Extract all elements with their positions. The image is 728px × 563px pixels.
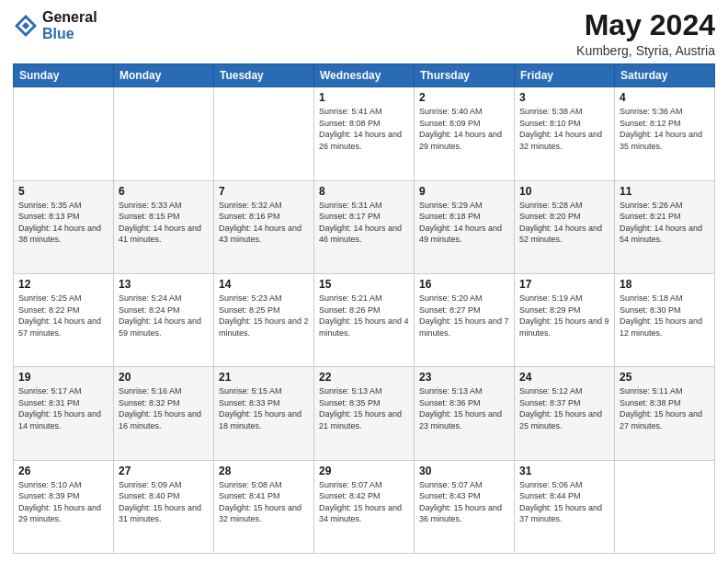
header-row: SundayMondayTuesdayWednesdayThursdayFrid… [14,64,715,87]
day-cell: 27Sunrise: 5:09 AM Sunset: 8:40 PM Dayli… [114,460,214,553]
day-info: Sunrise: 5:26 AM Sunset: 8:21 PM Dayligh… [620,200,710,246]
header-sunday: Sunday [14,64,114,87]
day-cell: 4Sunrise: 5:36 AM Sunset: 8:12 PM Daylig… [615,87,715,180]
day-number: 17 [519,278,609,291]
day-cell: 17Sunrise: 5:19 AM Sunset: 8:29 PM Dayli… [515,273,615,366]
day-info: Sunrise: 5:40 AM Sunset: 8:09 PM Dayligh… [419,106,509,152]
day-info: Sunrise: 5:41 AM Sunset: 8:08 PM Dayligh… [319,106,409,152]
day-cell [615,460,715,553]
main-title: May 2024 [576,9,715,41]
day-info: Sunrise: 5:25 AM Sunset: 8:22 PM Dayligh… [18,293,108,339]
day-info: Sunrise: 5:17 AM Sunset: 8:31 PM Dayligh… [18,385,108,431]
page: General Blue May 2024 Kumberg, Styria, A… [0,0,728,563]
day-info: Sunrise: 5:11 AM Sunset: 8:38 PM Dayligh… [620,385,710,431]
day-cell: 30Sunrise: 5:07 AM Sunset: 8:43 PM Dayli… [415,460,515,553]
day-number: 16 [419,278,509,291]
day-number: 19 [18,371,108,384]
day-info: Sunrise: 5:13 AM Sunset: 8:35 PM Dayligh… [319,385,409,431]
day-number: 26 [18,465,108,477]
day-cell: 29Sunrise: 5:07 AM Sunset: 8:42 PM Dayli… [314,460,415,553]
day-cell: 3Sunrise: 5:38 AM Sunset: 8:10 PM Daylig… [515,87,615,180]
day-info: Sunrise: 5:07 AM Sunset: 8:42 PM Dayligh… [319,479,409,525]
week-row-1: 5Sunrise: 5:35 AM Sunset: 8:13 PM Daylig… [14,180,715,273]
day-cell: 14Sunrise: 5:23 AM Sunset: 8:25 PM Dayli… [214,273,314,366]
logo-icon [13,13,39,39]
week-row-0: 1Sunrise: 5:41 AM Sunset: 8:08 PM Daylig… [14,87,715,180]
day-info: Sunrise: 5:08 AM Sunset: 8:41 PM Dayligh… [219,479,309,525]
day-info: Sunrise: 5:35 AM Sunset: 8:13 PM Dayligh… [18,200,108,246]
day-number: 25 [620,371,710,384]
day-cell [114,87,214,180]
day-number: 8 [319,185,409,198]
day-cell: 21Sunrise: 5:15 AM Sunset: 8:33 PM Dayli… [214,367,314,460]
day-number: 14 [219,278,309,291]
day-info: Sunrise: 5:29 AM Sunset: 8:18 PM Dayligh… [419,200,509,246]
day-info: Sunrise: 5:28 AM Sunset: 8:20 PM Dayligh… [519,200,609,246]
header-thursday: Thursday [415,64,515,87]
day-info: Sunrise: 5:20 AM Sunset: 8:27 PM Dayligh… [419,293,509,339]
day-cell: 28Sunrise: 5:08 AM Sunset: 8:41 PM Dayli… [214,460,314,553]
calendar-table: SundayMondayTuesdayWednesdayThursdayFrid… [13,63,715,554]
day-cell: 22Sunrise: 5:13 AM Sunset: 8:35 PM Dayli… [314,367,415,460]
day-number: 2 [419,91,509,104]
day-cell: 31Sunrise: 5:06 AM Sunset: 8:44 PM Dayli… [515,460,615,553]
day-cell: 11Sunrise: 5:26 AM Sunset: 8:21 PM Dayli… [615,180,715,273]
day-cell: 7Sunrise: 5:32 AM Sunset: 8:16 PM Daylig… [214,180,314,273]
day-cell [214,87,314,180]
day-cell: 20Sunrise: 5:16 AM Sunset: 8:32 PM Dayli… [114,367,214,460]
day-number: 22 [319,371,409,384]
day-info: Sunrise: 5:10 AM Sunset: 8:39 PM Dayligh… [18,479,108,525]
logo: General Blue [13,9,97,42]
day-number: 7 [219,185,309,198]
day-cell: 8Sunrise: 5:31 AM Sunset: 8:17 PM Daylig… [314,180,415,273]
top-section: General Blue May 2024 Kumberg, Styria, A… [13,9,715,58]
day-cell: 15Sunrise: 5:21 AM Sunset: 8:26 PM Dayli… [314,273,415,366]
day-number: 11 [620,185,710,198]
day-cell: 19Sunrise: 5:17 AM Sunset: 8:31 PM Dayli… [14,367,114,460]
day-info: Sunrise: 5:36 AM Sunset: 8:12 PM Dayligh… [620,106,710,152]
day-number: 21 [219,371,309,384]
day-cell: 2Sunrise: 5:40 AM Sunset: 8:09 PM Daylig… [415,87,515,180]
day-number: 9 [419,185,509,198]
day-cell: 6Sunrise: 5:33 AM Sunset: 8:15 PM Daylig… [114,180,214,273]
day-info: Sunrise: 5:21 AM Sunset: 8:26 PM Dayligh… [319,293,409,339]
day-cell: 24Sunrise: 5:12 AM Sunset: 8:37 PM Dayli… [515,367,615,460]
day-number: 20 [119,371,209,384]
day-number: 24 [519,371,609,384]
day-cell: 23Sunrise: 5:13 AM Sunset: 8:36 PM Dayli… [415,367,515,460]
day-cell: 10Sunrise: 5:28 AM Sunset: 8:20 PM Dayli… [515,180,615,273]
day-number: 29 [319,465,409,477]
day-cell: 5Sunrise: 5:35 AM Sunset: 8:13 PM Daylig… [14,180,114,273]
day-number: 23 [419,371,509,384]
day-cell [14,87,114,180]
day-info: Sunrise: 5:24 AM Sunset: 8:24 PM Dayligh… [119,293,209,339]
day-cell: 9Sunrise: 5:29 AM Sunset: 8:18 PM Daylig… [415,180,515,273]
header-wednesday: Wednesday [314,64,415,87]
logo-text: General Blue [42,9,97,42]
day-info: Sunrise: 5:31 AM Sunset: 8:17 PM Dayligh… [319,200,409,246]
day-info: Sunrise: 5:23 AM Sunset: 8:25 PM Dayligh… [219,293,309,339]
day-number: 18 [620,278,710,291]
day-cell: 18Sunrise: 5:18 AM Sunset: 8:30 PM Dayli… [615,273,715,366]
day-info: Sunrise: 5:19 AM Sunset: 8:29 PM Dayligh… [519,293,609,339]
day-info: Sunrise: 5:13 AM Sunset: 8:36 PM Dayligh… [419,385,509,431]
day-number: 3 [519,91,609,104]
week-row-3: 19Sunrise: 5:17 AM Sunset: 8:31 PM Dayli… [14,367,715,460]
day-cell: 1Sunrise: 5:41 AM Sunset: 8:08 PM Daylig… [314,87,415,180]
day-number: 15 [319,278,409,291]
day-info: Sunrise: 5:06 AM Sunset: 8:44 PM Dayligh… [519,479,609,525]
title-block: May 2024 Kumberg, Styria, Austria [576,9,715,58]
day-info: Sunrise: 5:15 AM Sunset: 8:33 PM Dayligh… [219,385,309,431]
day-info: Sunrise: 5:18 AM Sunset: 8:30 PM Dayligh… [620,293,710,339]
week-row-2: 12Sunrise: 5:25 AM Sunset: 8:22 PM Dayli… [14,273,715,366]
day-number: 4 [620,91,710,104]
day-number: 27 [119,465,209,477]
day-cell: 12Sunrise: 5:25 AM Sunset: 8:22 PM Dayli… [14,273,114,366]
day-info: Sunrise: 5:12 AM Sunset: 8:37 PM Dayligh… [519,385,609,431]
header-monday: Monday [114,64,214,87]
day-cell: 26Sunrise: 5:10 AM Sunset: 8:39 PM Dayli… [14,460,114,553]
day-number: 5 [18,185,108,198]
day-info: Sunrise: 5:32 AM Sunset: 8:16 PM Dayligh… [219,200,309,246]
day-cell: 25Sunrise: 5:11 AM Sunset: 8:38 PM Dayli… [615,367,715,460]
day-number: 12 [18,278,108,291]
